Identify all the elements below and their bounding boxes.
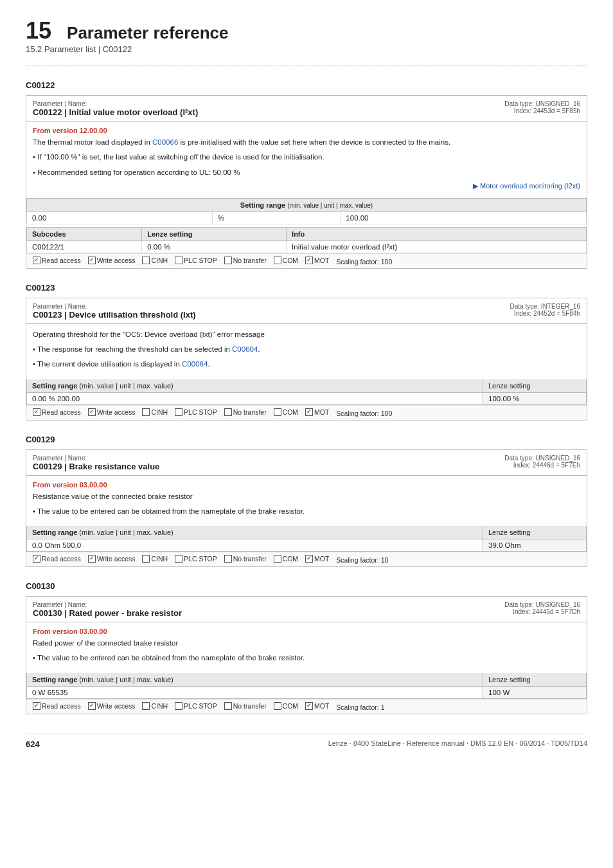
param-desc-line-1: • The response for reaching the threshol… [33,344,580,355]
setting-range-header-row: Setting range (min. value | unit | max. … [27,379,586,393]
access-item: COM [274,702,299,710]
setting-range-table: Setting range (min. value | unit | max. … [26,198,587,224]
access-item: CINH [142,702,168,710]
subchapter: 15.2 Parameter list | C00122 [26,44,587,54]
checkbox-unchecked [224,408,232,416]
access-item: MOT [305,257,329,264]
setting-range-wrapper: Setting range (min. value | unit | max. … [26,526,587,552]
setting-range-wrapper: Setting range (min. value | unit | max. … [26,379,587,405]
param-label: Parameter | Name: [33,303,196,310]
param-card-header: Parameter | Name:C00129 | Brake resistan… [26,450,587,476]
param-card-header: Parameter | Name:C00122 | Initial value … [26,96,587,122]
param-body: From version 03.00.00Resistance value of… [26,476,587,527]
access-row: Read access Write access CINH PLC STOP N… [26,253,587,268]
param-body: From version 03.00.00Rated power of the … [26,622,587,673]
checkbox-checked [88,702,96,710]
param-section-label: C00122 [26,80,587,90]
checkbox-unchecked [142,257,150,264]
param-desc-line-0: The thermal motor load displayed in C000… [33,137,580,148]
access-item: Read access [33,257,81,264]
checkbox-checked [305,257,313,264]
param-name-block: Parameter | Name:C00129 | Brake resistan… [33,455,159,471]
access-item: COM [274,408,299,416]
lenze-setting-value: 39.0 Ohm [483,539,586,551]
param-card-header: Parameter | Name:C00130 | Rated power - … [26,597,587,622]
setting-range-header-row: Setting range (min. value | unit | max. … [27,526,586,539]
param-meta: Data type: UNSIGNED_16Index: 24446d = 5F… [504,455,580,469]
param-name: C00129 | Brake resistance value [33,462,159,471]
checkbox-checked [88,408,96,416]
page-number: 624 [26,739,40,749]
setting-range-values: 0.0 Ohm 500.0 [27,539,483,551]
setting-range-value-row: 0.0 Ohm 500.039.0 Ohm [27,539,586,551]
access-item: No transfer [224,555,267,563]
access-item: COM [274,555,299,563]
access-item: No transfer [224,702,267,710]
subcodes-table: SubcodesLenze settingInfoC00122/10.00 %I… [26,227,587,253]
param-name: C00123 | Device utilisation threshold (I… [33,310,196,320]
param-name: C00130 | Rated power - brake resistor [33,608,182,618]
access-item: Write access [88,702,136,710]
param-desc-line-0: Rated power of the connected brake resis… [33,638,580,649]
setting-range-value-row: 0.00 % 200.00100.00 % [27,393,586,404]
checkbox-unchecked [274,702,281,710]
access-item: Write access [88,408,136,416]
setting-range-cell: 100.00 [341,212,587,224]
checkbox-unchecked [142,408,150,416]
access-row: Read access Write access CINH PLC STOP N… [26,699,587,714]
access-item: PLC STOP [175,702,217,710]
param-card-c00130: Parameter | Name:C00130 | Rated power - … [26,596,587,714]
checkbox-unchecked [175,257,182,264]
lenze-setting-value: 100 W [483,687,586,698]
checkbox-unchecked [175,702,182,710]
access-item: No transfer [224,257,267,264]
checkbox-checked [33,555,40,563]
setting-range-cell: % [212,212,341,224]
param-section-label: C00130 [26,581,587,591]
param-card-c00123: Parameter | Name:C00123 | Device utilisa… [26,298,587,420]
checkbox-unchecked [175,408,182,416]
checkbox-unchecked [142,555,150,563]
scaling-factor: Scaling factor: 10 [336,556,388,564]
param-card-c00129: Parameter | Name:C00129 | Brake resistan… [26,449,587,568]
lenze-setting-col-header: Lenze setting [483,673,586,686]
param-desc-line-2: • Recommended setting for operation acco… [33,167,580,178]
checkbox-checked [305,702,313,710]
setting-range-value-row: 0 W 65535100 W [27,687,586,698]
c00066-link[interactable]: C00066 [152,138,178,146]
access-item: PLC STOP [175,408,217,416]
setting-range-values: 0 W 65535 [27,687,483,698]
chapter-title: Parameter reference [67,23,229,43]
param-desc-line-2: • The current device utilisation is disp… [33,359,580,370]
access-item: CINH [142,257,168,264]
param-name-block: Parameter | Name:C00130 | Rated power - … [33,601,182,618]
access-row: Read access Write access CINH PLC STOP N… [26,405,587,420]
c00064-link[interactable]: C00064 [182,360,208,368]
param-label: Parameter | Name: [33,601,182,608]
access-item: Read access [33,408,81,416]
subcode-row: C00122/10.00 %Initial value motor overlo… [27,240,587,253]
setting-range-row: 0.00%100.00 [27,212,587,224]
access-item: PLC STOP [175,555,217,563]
setting-range-col-header: Setting range (min. value | unit | max. … [27,673,483,686]
subcodes-th: Info [287,227,587,240]
scaling-factor: Scaling factor: 1 [336,703,384,711]
param-card-c00122: Parameter | Name:C00122 | Initial value … [26,95,587,269]
checkbox-checked [33,408,40,416]
footer-brand: Lenze · 8400 StateLine · Reference manua… [328,739,587,749]
subcodes-th: Subcodes [27,227,142,240]
version-label: From version 12.00.00 [33,127,580,134]
param-desc-line-1: • The value to be entered can be obtaine… [33,506,580,517]
motor-overload-link[interactable]: Motor overload monitoring (I2xt) [33,182,580,190]
version-label: From version 03.00.00 [33,628,580,635]
footer: 624 Lenze · 8400 StateLine · Reference m… [26,734,587,749]
setting-range-wrapper: Setting range (min. value | unit | max. … [26,673,587,699]
access-item: MOT [305,408,329,416]
checkbox-checked [33,702,40,710]
access-item: Write access [88,257,136,264]
param-meta: Data type: UNSIGNED_16Index: 24445d = 5F… [504,601,580,615]
setting-range-header: Setting range (min. value | unit | max. … [27,198,587,212]
param-label: Parameter | Name: [33,455,159,462]
c00604-link[interactable]: C00604 [232,345,258,353]
param-section-label: C00123 [26,283,587,293]
